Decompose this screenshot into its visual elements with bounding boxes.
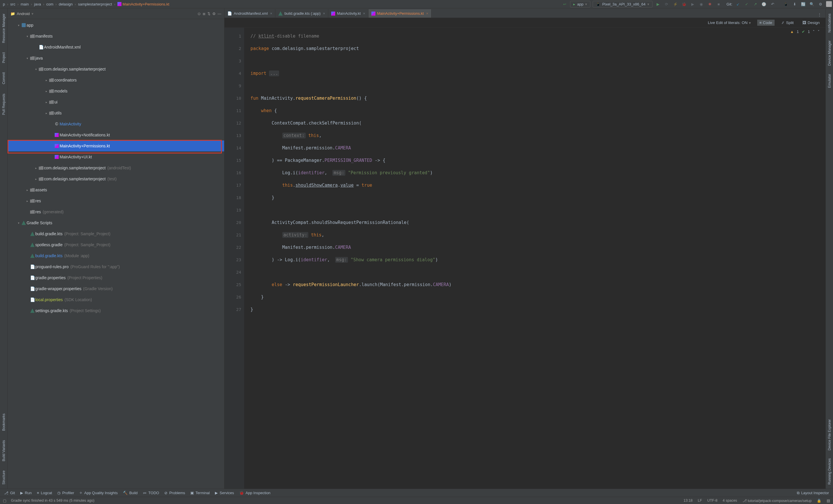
sync-icon[interactable]: 🔄 xyxy=(800,1,806,7)
history-icon[interactable]: 🕘 xyxy=(761,1,767,7)
crumb-file[interactable]: MainActivity+Permissions.kt xyxy=(116,1,171,7)
tab-permissions[interactable]: MainActivity+Permissions.kt× xyxy=(368,9,431,18)
tool-problems[interactable]: ⊘ Problems xyxy=(164,491,185,495)
tool-services[interactable]: ▶ Services xyxy=(215,491,234,495)
code-area[interactable]: // ktlint-disable filename package com.d… xyxy=(244,28,826,489)
crumb[interactable]: p xyxy=(1,1,7,7)
gutter[interactable]: 1234910111213141516171819202122232425262… xyxy=(224,28,244,489)
tree-java[interactable]: ▾java xyxy=(7,53,224,64)
tool-build-variants[interactable]: Build Variants xyxy=(2,440,6,461)
settings-icon[interactable]: ⚙ xyxy=(817,1,824,7)
crumb[interactable]: delasign xyxy=(57,1,74,7)
status-square-icon[interactable]: ▢ xyxy=(3,499,6,503)
tool-notifications[interactable]: Notifications xyxy=(828,14,832,32)
close-icon[interactable]: × xyxy=(426,11,428,16)
more-icon[interactable]: ⋮ xyxy=(816,11,823,18)
avd-icon[interactable]: 📱 xyxy=(783,1,789,7)
tree-gradle-properties[interactable]: 📄gradle.properties(Project Properties) xyxy=(7,272,224,283)
attach-icon[interactable]: ✱ xyxy=(707,1,713,7)
tab-mainactivity[interactable]: MainActivity.kt× xyxy=(328,9,368,18)
tool-running-devices[interactable]: Running Devices xyxy=(828,458,832,485)
tool-todo[interactable]: ≔ TODO xyxy=(143,491,159,495)
project-view[interactable]: Android xyxy=(17,11,30,16)
tree-build-gradle-proj[interactable]: build.gradle.kts(Project: Sample_Project… xyxy=(7,228,224,239)
tree-gradle-wrapper-properties[interactable]: 📄gradle-wrapper.properties(Gradle Versio… xyxy=(7,283,224,294)
project-tree[interactable]: ▾app ▾manifests 📄AndroidManifest.xml ▾ja… xyxy=(7,19,224,489)
tool-bookmarks[interactable]: Bookmarks xyxy=(2,413,6,431)
chevron-up-icon[interactable]: ˄ xyxy=(813,29,815,34)
tool-resource-manager[interactable]: Resource Manager xyxy=(2,14,6,43)
live-edit-toggle[interactable]: Live Edit of literals: ON▾ xyxy=(706,20,753,26)
close-icon[interactable]: × xyxy=(323,11,325,16)
split-mode[interactable]: ⫽ Split xyxy=(779,20,796,26)
code-mode[interactable]: ≡ Code xyxy=(757,20,775,26)
run-config-select[interactable]: ▸app▾ xyxy=(570,1,590,7)
tree-mainactivity[interactable]: ©MainActivity xyxy=(7,119,224,129)
editor-inspection[interactable]: ▲1 ✔1 ˄ ˅ xyxy=(790,29,820,34)
memory-icon[interactable]: ▧ xyxy=(827,499,830,503)
tree-pkg-test[interactable]: ▸com.delasign.samplestarterproject(test) xyxy=(7,173,224,184)
git-update-icon[interactable]: ↙ xyxy=(735,1,741,7)
tool-pull-requests[interactable]: Pull Requests xyxy=(2,94,6,115)
tree-permissions[interactable]: MainActivity+Permissions.kt xyxy=(7,141,224,151)
crumb[interactable]: main xyxy=(19,1,30,7)
tree-res[interactable]: ▸res xyxy=(7,195,224,206)
crumb[interactable]: java xyxy=(32,1,43,7)
tree-utils[interactable]: ▸utils xyxy=(7,107,224,119)
tool-device-manager[interactable]: Device Manager xyxy=(828,41,832,66)
tool-device-file-explorer[interactable]: Device File Explorer xyxy=(828,419,832,450)
gear-icon[interactable]: ⚙ xyxy=(212,11,216,16)
tree-pkg[interactable]: ▾com.delasign.samplestarterproject xyxy=(7,64,224,75)
tree-build-gradle-mod[interactable]: build.gradle.kts(Module :app) xyxy=(7,250,224,261)
tree-app[interactable]: ▾app xyxy=(7,20,224,31)
avatar-icon[interactable] xyxy=(826,1,832,7)
status-charset[interactable]: UTF-8 xyxy=(707,499,717,503)
status-indent[interactable]: 4 spaces xyxy=(723,499,737,503)
tool-git[interactable]: ⎇ Git xyxy=(4,491,15,495)
tree-proguard[interactable]: 📄proguard-rules.pro(ProGuard Rules for "… xyxy=(7,261,224,272)
tool-commit[interactable]: Commit xyxy=(2,72,6,84)
tree-ui[interactable]: ▸ui xyxy=(7,97,224,107)
tool-build[interactable]: 🔨 Build xyxy=(123,491,138,495)
tree-android-manifest[interactable]: 📄AndroidManifest.xml xyxy=(7,42,224,53)
tool-structure[interactable]: Structure xyxy=(2,471,6,485)
tree-res-gen[interactable]: res(generated) xyxy=(7,206,224,217)
tool-layout-inspector[interactable]: ⧉ Layout Inspector xyxy=(797,491,829,495)
git-commit-icon[interactable]: ✓ xyxy=(743,1,750,7)
tree-local-properties[interactable]: 📄local.properties(SDK Location) xyxy=(7,294,224,305)
tree-coordinators[interactable]: ▸coordinators xyxy=(7,75,224,85)
run-icon[interactable]: ▶ xyxy=(655,1,661,7)
status-branch[interactable]: ⎇ tutorial/jetpack-compose/camerax/setup xyxy=(742,499,812,503)
sdk-icon[interactable]: ⬇ xyxy=(791,1,798,7)
chevron-down-icon[interactable]: ˅ xyxy=(818,29,820,34)
tool-app-inspection[interactable]: 🐞 App Inspection xyxy=(239,491,270,495)
back-icon[interactable]: ↩ xyxy=(562,1,568,7)
tree-gradle-scripts[interactable]: ▾Gradle Scripts xyxy=(7,217,224,228)
lock-icon[interactable]: 🔒 xyxy=(817,499,822,503)
tool-profiler[interactable]: ◷ Profiler xyxy=(57,491,74,495)
tool-logcat[interactable]: ≡ Logcat xyxy=(37,491,52,495)
crumb[interactable]: samplestarterproject xyxy=(76,1,114,7)
debug-icon[interactable]: 🐞 xyxy=(681,1,687,7)
close-icon[interactable]: × xyxy=(363,11,365,16)
search-icon[interactable]: 🔍 xyxy=(809,1,815,7)
crumb[interactable]: src xyxy=(9,1,17,7)
tool-app-quality[interactable]: ✧ App Quality Insights xyxy=(79,491,118,495)
tool-run[interactable]: ▶ Run xyxy=(20,491,32,495)
crumb[interactable]: com xyxy=(45,1,55,7)
tree-assets[interactable]: ▸assets xyxy=(7,184,224,195)
tree-ui-kt[interactable]: MainActivity+UI.kt xyxy=(7,151,224,162)
tree-notifications[interactable]: MainActivity+Notifications.kt xyxy=(7,129,224,141)
tree-manifests[interactable]: ▾manifests xyxy=(7,31,224,42)
hide-icon[interactable]: — xyxy=(217,11,221,16)
tree-pkg-androidtest[interactable]: ▸com.delasign.samplestarterproject(andro… xyxy=(7,162,224,173)
tree-models[interactable]: ▸models xyxy=(7,85,224,97)
tree-spotless[interactable]: spotless.gradle(Project: Sample_Project) xyxy=(7,239,224,250)
rollback-icon[interactable]: ↶ xyxy=(769,1,776,7)
tool-terminal[interactable]: ▣ Terminal xyxy=(190,491,210,495)
tab-manifest[interactable]: 📄AndroidManifest.xml× xyxy=(224,9,275,18)
device-select[interactable]: 📱Pixel_3a_API_33_x86_64▾ xyxy=(593,1,652,7)
close-icon[interactable]: × xyxy=(270,11,272,16)
filter-icon[interactable]: ≣ xyxy=(203,11,206,16)
tree-settings-gradle[interactable]: settings.gradle.kts(Project Settings) xyxy=(7,305,224,316)
